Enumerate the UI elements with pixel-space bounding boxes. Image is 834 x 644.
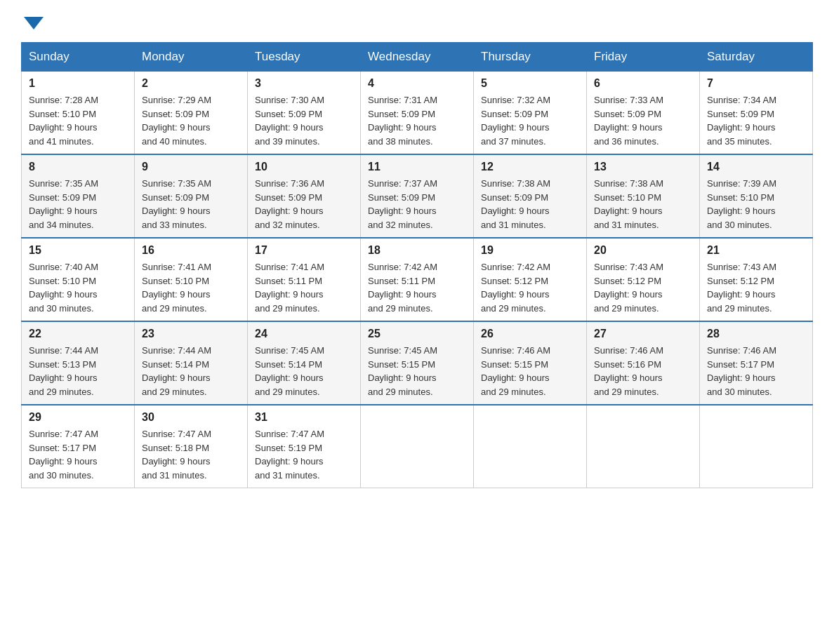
day-number: 17	[255, 244, 353, 257]
day-number: 7	[707, 77, 805, 90]
column-header-friday: Friday	[587, 43, 700, 72]
calendar-cell: 11Sunrise: 7:37 AMSunset: 5:09 PMDayligh…	[361, 154, 474, 238]
day-number: 28	[707, 328, 805, 340]
column-header-thursday: Thursday	[474, 43, 587, 72]
day-number: 29	[29, 411, 127, 424]
column-header-sunday: Sunday	[22, 43, 135, 72]
calendar-cell: 19Sunrise: 7:42 AMSunset: 5:12 PMDayligh…	[474, 238, 587, 321]
day-info: Sunrise: 7:39 AMSunset: 5:10 PMDaylight:…	[707, 177, 805, 232]
calendar-cell: 18Sunrise: 7:42 AMSunset: 5:11 PMDayligh…	[361, 238, 474, 321]
day-number: 13	[594, 161, 692, 173]
calendar-cell: 13Sunrise: 7:38 AMSunset: 5:10 PMDayligh…	[587, 154, 700, 238]
calendar-cell: 8Sunrise: 7:35 AMSunset: 5:09 PMDaylight…	[22, 154, 135, 238]
day-info: Sunrise: 7:41 AMSunset: 5:11 PMDaylight:…	[255, 260, 353, 315]
day-info: Sunrise: 7:46 AMSunset: 5:17 PMDaylight:…	[707, 344, 805, 398]
calendar-cell	[700, 405, 813, 488]
day-number: 19	[481, 244, 579, 257]
logo	[21, 14, 44, 29]
day-number: 12	[481, 161, 579, 173]
calendar-cell: 6Sunrise: 7:33 AMSunset: 5:09 PMDaylight…	[587, 72, 700, 155]
day-number: 18	[368, 244, 466, 257]
day-number: 4	[368, 77, 466, 90]
day-info: Sunrise: 7:40 AMSunset: 5:10 PMDaylight:…	[29, 260, 127, 315]
day-info: Sunrise: 7:31 AMSunset: 5:09 PMDaylight:…	[368, 93, 466, 148]
day-number: 31	[255, 411, 353, 424]
day-info: Sunrise: 7:46 AMSunset: 5:16 PMDaylight:…	[594, 344, 692, 398]
day-number: 9	[142, 161, 240, 173]
day-number: 15	[29, 244, 127, 257]
calendar-week-row: 8Sunrise: 7:35 AMSunset: 5:09 PMDaylight…	[22, 154, 813, 238]
day-number: 27	[594, 328, 692, 340]
calendar-cell: 10Sunrise: 7:36 AMSunset: 5:09 PMDayligh…	[248, 154, 361, 238]
calendar-cell: 12Sunrise: 7:38 AMSunset: 5:09 PMDayligh…	[474, 154, 587, 238]
day-info: Sunrise: 7:35 AMSunset: 5:09 PMDaylight:…	[29, 177, 127, 232]
day-info: Sunrise: 7:29 AMSunset: 5:09 PMDaylight:…	[142, 93, 240, 148]
calendar-cell: 22Sunrise: 7:44 AMSunset: 5:13 PMDayligh…	[22, 321, 135, 405]
day-number: 25	[368, 328, 466, 340]
calendar-header-row: SundayMondayTuesdayWednesdayThursdayFrid…	[22, 43, 813, 72]
day-info: Sunrise: 7:47 AMSunset: 5:17 PMDaylight:…	[29, 427, 127, 482]
day-number: 26	[481, 328, 579, 340]
day-number: 5	[481, 77, 579, 90]
day-number: 24	[255, 328, 353, 340]
day-info: Sunrise: 7:41 AMSunset: 5:10 PMDaylight:…	[142, 260, 240, 315]
day-info: Sunrise: 7:35 AMSunset: 5:09 PMDaylight:…	[142, 177, 240, 232]
day-number: 23	[142, 328, 240, 340]
day-info: Sunrise: 7:44 AMSunset: 5:14 PMDaylight:…	[142, 344, 240, 398]
calendar-cell: 3Sunrise: 7:30 AMSunset: 5:09 PMDaylight…	[248, 72, 361, 155]
calendar-cell	[361, 405, 474, 488]
day-number: 30	[142, 411, 240, 424]
day-number: 16	[142, 244, 240, 257]
calendar-cell: 24Sunrise: 7:45 AMSunset: 5:14 PMDayligh…	[248, 321, 361, 405]
page-header	[21, 14, 813, 29]
calendar-week-row: 29Sunrise: 7:47 AMSunset: 5:17 PMDayligh…	[22, 405, 813, 488]
column-header-monday: Monday	[135, 43, 248, 72]
calendar-cell: 30Sunrise: 7:47 AMSunset: 5:18 PMDayligh…	[135, 405, 248, 488]
day-info: Sunrise: 7:38 AMSunset: 5:10 PMDaylight:…	[594, 177, 692, 232]
day-info: Sunrise: 7:42 AMSunset: 5:11 PMDaylight:…	[368, 260, 466, 315]
day-info: Sunrise: 7:43 AMSunset: 5:12 PMDaylight:…	[594, 260, 692, 315]
day-info: Sunrise: 7:45 AMSunset: 5:15 PMDaylight:…	[368, 344, 466, 398]
calendar-cell: 20Sunrise: 7:43 AMSunset: 5:12 PMDayligh…	[587, 238, 700, 321]
calendar-cell: 16Sunrise: 7:41 AMSunset: 5:10 PMDayligh…	[135, 238, 248, 321]
day-number: 1	[29, 77, 127, 90]
calendar-cell: 26Sunrise: 7:46 AMSunset: 5:15 PMDayligh…	[474, 321, 587, 405]
calendar-table: SundayMondayTuesdayWednesdayThursdayFrid…	[21, 42, 813, 488]
calendar-cell: 7Sunrise: 7:34 AMSunset: 5:09 PMDaylight…	[700, 72, 813, 155]
calendar-cell: 9Sunrise: 7:35 AMSunset: 5:09 PMDaylight…	[135, 154, 248, 238]
calendar-cell: 2Sunrise: 7:29 AMSunset: 5:09 PMDaylight…	[135, 72, 248, 155]
day-number: 6	[594, 77, 692, 90]
day-info: Sunrise: 7:28 AMSunset: 5:10 PMDaylight:…	[29, 93, 127, 148]
calendar-cell: 5Sunrise: 7:32 AMSunset: 5:09 PMDaylight…	[474, 72, 587, 155]
day-info: Sunrise: 7:44 AMSunset: 5:13 PMDaylight:…	[29, 344, 127, 398]
calendar-cell	[587, 405, 700, 488]
day-info: Sunrise: 7:37 AMSunset: 5:09 PMDaylight:…	[368, 177, 466, 232]
calendar-cell: 27Sunrise: 7:46 AMSunset: 5:16 PMDayligh…	[587, 321, 700, 405]
calendar-cell: 25Sunrise: 7:45 AMSunset: 5:15 PMDayligh…	[361, 321, 474, 405]
day-info: Sunrise: 7:34 AMSunset: 5:09 PMDaylight:…	[707, 93, 805, 148]
day-info: Sunrise: 7:42 AMSunset: 5:12 PMDaylight:…	[481, 260, 579, 315]
calendar-cell: 4Sunrise: 7:31 AMSunset: 5:09 PMDaylight…	[361, 72, 474, 155]
calendar-week-row: 1Sunrise: 7:28 AMSunset: 5:10 PMDaylight…	[22, 72, 813, 155]
calendar-cell: 21Sunrise: 7:43 AMSunset: 5:12 PMDayligh…	[700, 238, 813, 321]
calendar-cell: 23Sunrise: 7:44 AMSunset: 5:14 PMDayligh…	[135, 321, 248, 405]
day-number: 21	[707, 244, 805, 257]
calendar-week-row: 22Sunrise: 7:44 AMSunset: 5:13 PMDayligh…	[22, 321, 813, 405]
calendar-week-row: 15Sunrise: 7:40 AMSunset: 5:10 PMDayligh…	[22, 238, 813, 321]
calendar-cell: 1Sunrise: 7:28 AMSunset: 5:10 PMDaylight…	[22, 72, 135, 155]
column-header-saturday: Saturday	[700, 43, 813, 72]
calendar-cell	[474, 405, 587, 488]
day-info: Sunrise: 7:38 AMSunset: 5:09 PMDaylight:…	[481, 177, 579, 232]
day-number: 22	[29, 328, 127, 340]
day-info: Sunrise: 7:30 AMSunset: 5:09 PMDaylight:…	[255, 93, 353, 148]
calendar-cell: 15Sunrise: 7:40 AMSunset: 5:10 PMDayligh…	[22, 238, 135, 321]
column-header-tuesday: Tuesday	[248, 43, 361, 72]
day-info: Sunrise: 7:45 AMSunset: 5:14 PMDaylight:…	[255, 344, 353, 398]
day-number: 11	[368, 161, 466, 173]
day-number: 3	[255, 77, 353, 90]
calendar-cell: 17Sunrise: 7:41 AMSunset: 5:11 PMDayligh…	[248, 238, 361, 321]
day-info: Sunrise: 7:46 AMSunset: 5:15 PMDaylight:…	[481, 344, 579, 398]
calendar-cell: 31Sunrise: 7:47 AMSunset: 5:19 PMDayligh…	[248, 405, 361, 488]
calendar-cell: 28Sunrise: 7:46 AMSunset: 5:17 PMDayligh…	[700, 321, 813, 405]
day-number: 14	[707, 161, 805, 173]
